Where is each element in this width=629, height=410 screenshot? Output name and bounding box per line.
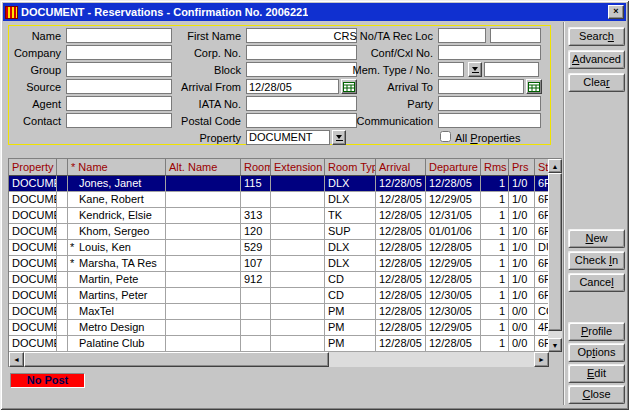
communication-input[interactable] (438, 113, 541, 128)
party-input[interactable] (438, 96, 541, 111)
mem-type-dropdown-button[interactable] (468, 62, 482, 77)
table-row[interactable]: DOCUME MaxTel PM 12/28/05 12/30/05 1 0/0… (9, 304, 549, 320)
col-header-room[interactable]: Room (241, 159, 271, 176)
cell-room (241, 192, 271, 208)
horizontal-scroll-track[interactable] (329, 352, 534, 367)
scroll-down-button[interactable]: ▼ (548, 338, 562, 352)
cell-status: 6PM (535, 288, 549, 304)
vertical-scroll-thumb[interactable] (548, 173, 562, 331)
contact-input[interactable] (66, 113, 172, 128)
cell-status: 6PM (535, 224, 549, 240)
col-header-property[interactable]: Property (9, 159, 57, 176)
guest-name: Martins, Peter (79, 289, 147, 301)
group-input[interactable] (66, 62, 172, 77)
cell-extension (271, 288, 325, 304)
table-row[interactable]: DOCUME *Marsha, TA Res 107 DLX 12/28/05 … (9, 256, 549, 272)
guest-name: Kane, Robert (79, 193, 144, 205)
cell-status: 6PM (535, 192, 549, 208)
col-header-departure[interactable]: Departure (426, 159, 481, 176)
cell-extension (271, 192, 325, 208)
col-header-arrival[interactable]: Arrival (376, 159, 426, 176)
search-button[interactable]: Search (568, 27, 625, 46)
edit-button[interactable]: Edit (568, 364, 625, 383)
col-header-extension[interactable]: Extension (271, 159, 325, 176)
cell-rms: 1 (481, 256, 509, 272)
guest-name: Marsha, TA Res (79, 257, 157, 269)
search-form: Name Company Group Source Agent Contact … (8, 25, 551, 145)
scroll-right-button[interactable]: ► (534, 352, 549, 367)
profile-button[interactable]: Profile (568, 322, 625, 341)
name-input[interactable] (66, 28, 172, 43)
table-row[interactable]: DOCUME Palatine Club PM 12/28/05 12/28/0… (9, 336, 549, 352)
cell-alt-name (166, 272, 241, 288)
vertical-scroll-track[interactable] (548, 331, 562, 338)
col-header-rms[interactable]: Rms (481, 159, 509, 176)
cell-flag (57, 256, 68, 272)
ta-rec-loc-input[interactable] (490, 28, 541, 43)
cell-departure: 12/30/05 (426, 304, 481, 320)
col-header-alt-name[interactable]: Alt. Name (166, 159, 241, 176)
table-row[interactable]: DOCUME Jones, Janet 115 DLX 12/28/05 12/… (9, 176, 549, 192)
new-button[interactable]: New (568, 229, 625, 248)
table-row[interactable]: DOCUME Martin, Pete 912 CD 12/28/05 12/2… (9, 272, 549, 288)
conf-cxl-input[interactable] (438, 45, 541, 60)
cell-name: Khom, Sergeo (68, 224, 166, 240)
col-header-status[interactable]: Sta (535, 159, 549, 176)
cell-extension (271, 336, 325, 352)
scroll-right-icon: ► (538, 356, 545, 363)
cell-arrival: 12/28/05 (376, 224, 426, 240)
table-row[interactable]: DOCUME *Louis, Ken 529 DLX 12/28/05 12/2… (9, 240, 549, 256)
advanced-button[interactable]: Advanced (568, 50, 625, 69)
share-indicator: * (70, 256, 74, 271)
horizontal-scrollbar[interactable]: ◄ ► (9, 352, 549, 367)
cancel-button[interactable]: Cancel (568, 273, 625, 292)
col-header-room-type[interactable]: Room Type (325, 159, 376, 176)
cell-departure: 12/28/05 (426, 336, 481, 352)
mem-type-input[interactable] (438, 62, 464, 77)
company-label: Company (11, 47, 66, 59)
cell-flag (57, 288, 68, 304)
table-row[interactable]: DOCUME Martins, Peter CD 12/28/05 12/30/… (9, 288, 549, 304)
cell-room-type: PM (325, 336, 376, 352)
col-header-prs[interactable]: Prs (509, 159, 535, 176)
check-in-button[interactable]: Check In (568, 251, 625, 270)
all-properties-checkbox[interactable] (440, 131, 451, 142)
title-bar: DOCUMENT - Reservations - Confirmation N… (3, 3, 626, 21)
crs-no-input[interactable] (438, 28, 486, 43)
guest-name: Jones, Janet (79, 177, 141, 189)
table-header: Property * Name Alt. Name Room Extension… (9, 159, 549, 176)
cell-prs: 1/0 (509, 272, 535, 288)
scroll-up-button[interactable]: ▲ (548, 159, 562, 173)
table-row[interactable]: DOCUME Khom, Sergeo 120 SUP 12/28/05 01/… (9, 224, 549, 240)
cell-prs: 1/0 (509, 176, 535, 192)
table-row[interactable]: DOCUME Kane, Robert DLX 12/28/05 12/29/0… (9, 192, 549, 208)
horizontal-scroll-thumb[interactable] (24, 352, 329, 367)
table-row[interactable]: DOCUME Metro Design PM 12/28/05 12/29/05… (9, 320, 549, 336)
cell-property: DOCUME (9, 304, 57, 320)
cell-alt-name (166, 320, 241, 336)
cell-rms: 1 (481, 304, 509, 320)
guest-name: Metro Design (79, 321, 144, 333)
cell-status: 6PM (535, 336, 549, 352)
table-row[interactable]: DOCUME Kendrick, Elsie 313 TK 12/28/05 1… (9, 208, 549, 224)
close-icon: × (613, 6, 618, 16)
arrival-to-input[interactable] (438, 79, 524, 94)
company-input[interactable] (66, 45, 172, 60)
close-button[interactable]: × (608, 5, 624, 19)
scroll-down-icon: ▼ (552, 342, 559, 349)
close-button-action[interactable]: Close (568, 385, 625, 404)
source-input[interactable] (66, 79, 172, 94)
cell-prs: 1/0 (509, 256, 535, 272)
col-header-flag[interactable] (57, 159, 68, 176)
arrival-to-calendar-button[interactable] (526, 79, 542, 94)
mem-no-input[interactable] (484, 62, 539, 77)
col-header-name[interactable]: * Name (68, 159, 166, 176)
scroll-left-button[interactable]: ◄ (9, 352, 24, 367)
scroll-left-icon: ◄ (13, 356, 20, 363)
agent-input[interactable] (66, 96, 172, 111)
cell-status: DUE (535, 240, 549, 256)
vertical-scrollbar[interactable]: ▲ ▼ (548, 159, 562, 352)
clear-button[interactable]: Clear (568, 73, 625, 92)
options-button[interactable]: Options (568, 343, 625, 362)
cell-departure: 12/28/05 (426, 240, 481, 256)
